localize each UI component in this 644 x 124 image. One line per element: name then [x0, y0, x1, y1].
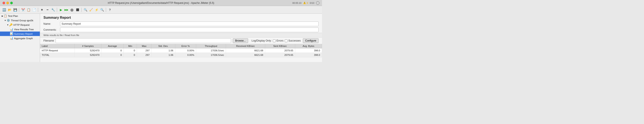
- sidebar-item-view-results-tree[interactable]: 📊 View Results Tree: [0, 27, 40, 32]
- http-request-icon: 🔑: [9, 23, 12, 26]
- cell-avg-bytes: 398.0: [295, 48, 322, 53]
- cell-error-pct: 0.00%: [175, 53, 196, 57]
- comments-row: Comments:: [40, 27, 322, 33]
- col-label: Label: [40, 44, 74, 48]
- comments-input[interactable]: [60, 28, 318, 32]
- browse-button[interactable]: Browse...: [233, 38, 248, 43]
- errors-checkbox-label: Errors: [273, 39, 284, 42]
- toolbar: 🆕 📂 💾 ✂️ 📋 📄 + − 🔧 ▶ ▶▶ ⬤ ⬛ 🔍 🧹: [0, 6, 322, 14]
- sidebar-item-summary-report[interactable]: 📊 Summary Report: [0, 32, 40, 36]
- summary-report-icon: 📊: [10, 32, 13, 35]
- run-nopause-button[interactable]: ▶▶: [64, 8, 69, 12]
- errors-checkbox[interactable]: [273, 40, 276, 42]
- arrow-icon: ▶: [2, 15, 3, 17]
- save-icon: 💾: [14, 8, 17, 12]
- toolbar-separator-1: [19, 8, 19, 12]
- new-icon: 🆕: [2, 8, 6, 12]
- col-received-kb: Received KB/sec: [226, 44, 265, 48]
- write-results-bar: Write results to file / Read from file: [40, 33, 322, 38]
- sidebar-item-http-request[interactable]: ▼ 🔑 HTTP Request: [0, 22, 40, 27]
- sidebar-item-test-plan[interactable]: ▶ 📋 Test Plan: [0, 14, 40, 18]
- warning-icon: ⚠️: [303, 2, 306, 4]
- search-button[interactable]: 🔍: [100, 8, 104, 12]
- table-header-row: Label # Samples Average Min Max Std. Dev…: [40, 44, 322, 48]
- aggregate-graph-icon: 📊: [10, 37, 13, 40]
- run-button[interactable]: ▶: [58, 8, 63, 12]
- title-bar-right: 00:05:10 ⚠️ 0 0/10: [292, 1, 320, 5]
- table-row-total: TOTAL 5292470 0 0 297 1.06 0.00% 17036.5…: [40, 53, 322, 57]
- content-area: Summary Report Name: Comments: Write res…: [40, 14, 322, 62]
- run-nopause-icon: ▶▶: [64, 8, 68, 11]
- sidebar-label-http-request: HTTP Request: [14, 24, 30, 26]
- log-display-section: Log/Display Only: Errors Successes Confi…: [252, 38, 318, 43]
- edit-icon: 🔧: [51, 8, 55, 12]
- new-button[interactable]: 🆕: [2, 8, 6, 12]
- table-body: HTTP Request 5292470 0 0 297 1.06 0.00% …: [40, 48, 322, 57]
- copy-icon: 📋: [27, 8, 30, 12]
- sidebar-item-thread-group[interactable]: ▼ ⚙️ Thread Group qps5k: [0, 18, 40, 22]
- name-input[interactable]: [60, 22, 318, 26]
- content-title: Summary Report: [40, 14, 322, 21]
- col-error-pct: Error %: [175, 44, 196, 48]
- table-header: Label # Samples Average Min Max Std. Dev…: [40, 44, 322, 48]
- cell-stddev: 1.06: [152, 48, 175, 53]
- col-stddev: Std. Dev.: [152, 44, 175, 48]
- cut-icon: ✂️: [21, 8, 25, 12]
- help-button[interactable]: ?: [108, 8, 112, 12]
- timer-display: 00:05:10: [292, 2, 302, 4]
- col-average: Average: [101, 44, 124, 48]
- successes-checkbox-label: Successes: [285, 39, 301, 42]
- function-icon: ⚡: [95, 8, 98, 12]
- cell-samples: 5292470: [74, 48, 101, 53]
- paste-button[interactable]: 📄: [32, 8, 36, 12]
- cell-max: 297: [137, 53, 152, 57]
- remove-icon: −: [46, 8, 48, 12]
- add-button[interactable]: +: [40, 8, 44, 12]
- sidebar-label-aggregate-graph: Aggregate Graph: [14, 37, 33, 40]
- cell-error-pct: 0.00%: [175, 48, 196, 53]
- stop-button[interactable]: ⬤: [70, 8, 74, 12]
- minimize-button[interactable]: [6, 2, 9, 4]
- remove-button[interactable]: −: [45, 8, 50, 12]
- toolbar-separator-4: [81, 8, 82, 12]
- configure-button[interactable]: Configure: [303, 38, 318, 43]
- table-row: HTTP Request 5292470 0 0 297 1.06 0.00% …: [40, 48, 322, 53]
- open-icon: 📂: [8, 8, 12, 12]
- paste-icon: 📄: [32, 8, 36, 12]
- filename-input[interactable]: [56, 38, 231, 43]
- function-button[interactable]: ⚡: [94, 8, 99, 12]
- cell-received-kb: 6621.68: [226, 53, 265, 57]
- open-button[interactable]: 📂: [7, 8, 12, 12]
- save-button[interactable]: 💾: [13, 8, 18, 12]
- shutdown-button[interactable]: ⬛: [75, 8, 80, 12]
- cell-samples: 5292470: [74, 53, 101, 57]
- cell-avg-bytes: 398.0: [295, 53, 322, 57]
- filename-row: Filename Browse... Log/Display Only: Err…: [40, 38, 322, 44]
- successes-label: Successes: [288, 39, 301, 42]
- test-plan-icon: 📋: [4, 14, 7, 18]
- comments-label: Comments:: [44, 28, 58, 31]
- close-button[interactable]: [2, 2, 5, 4]
- sidebar-item-aggregate-graph[interactable]: 📊 Aggregate Graph: [0, 36, 40, 40]
- errors-label: Errors: [276, 39, 284, 42]
- run-icon: ▶: [60, 8, 62, 12]
- cell-stddev: 1.06: [152, 53, 175, 57]
- successes-checkbox[interactable]: [285, 40, 288, 42]
- log-button[interactable]: 🔍: [83, 8, 88, 12]
- clear-button[interactable]: 🧹: [88, 8, 93, 12]
- filename-label: Filename: [44, 39, 54, 42]
- cell-throughput: 17036.5/sec: [196, 48, 226, 53]
- maximize-button[interactable]: [10, 2, 13, 4]
- arrow-icon: ▼: [7, 24, 9, 26]
- cell-sent-kb: 2079.65: [265, 53, 295, 57]
- col-sent-kb: Sent KB/sec: [265, 44, 295, 48]
- cell-min: 0: [124, 53, 137, 57]
- log-display-label: Log/Display Only:: [252, 39, 272, 42]
- sidebar: ▶ 📋 Test Plan ▼ ⚙️ Thread Group qps5k ▼ …: [0, 14, 40, 62]
- edit-button[interactable]: 🔧: [51, 8, 55, 12]
- copy-button[interactable]: 📋: [26, 8, 31, 12]
- cell-max: 297: [137, 48, 152, 53]
- cut-button[interactable]: ✂️: [21, 8, 25, 12]
- toolbar-separator-5: [106, 8, 106, 12]
- shutdown-icon: ⬛: [76, 8, 79, 11]
